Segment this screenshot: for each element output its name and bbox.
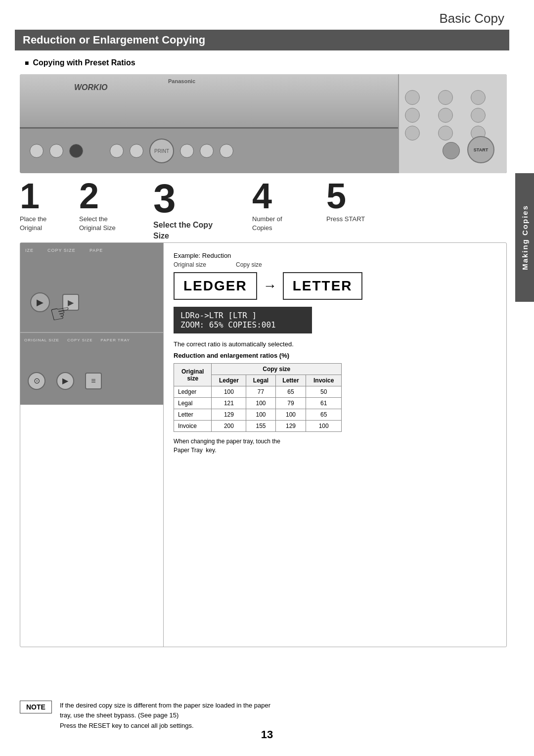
- step-3-number: 3: [153, 178, 176, 219]
- label-paper-tray: PAPER TRAY: [100, 338, 130, 342]
- step-5-number: 5: [326, 178, 346, 214]
- step-2-number: 2: [79, 178, 99, 214]
- key-4: [405, 108, 420, 123]
- note-label: NOTE: [20, 701, 52, 713]
- machine-btn-2: [49, 144, 63, 158]
- steps-row: 1 Place the Original 2 Select the Origin…: [20, 178, 507, 242]
- col-legal: Legal: [246, 375, 275, 386]
- table-row: Invoice200155129100: [174, 421, 342, 432]
- side-tab: Making Copies: [515, 173, 534, 302]
- row-value-0: 121: [212, 398, 246, 409]
- size-to-box: LETTER: [283, 272, 362, 300]
- row-value-1: 77: [246, 386, 275, 398]
- key-7: [405, 126, 420, 141]
- row-value-2: 65: [275, 386, 306, 398]
- row-value-3: 65: [306, 409, 342, 421]
- label-copy-size: COPY SIZE: [47, 248, 76, 253]
- orig-label: Original size: [174, 261, 206, 268]
- keypad-grid: [399, 84, 507, 146]
- panel-button-row-bottom: ⊙ ▶ ≡: [28, 372, 102, 390]
- step-5: 5 Press START: [326, 178, 376, 224]
- size-display: LEDGER → LETTER: [174, 272, 496, 300]
- row-value-3: 50: [306, 386, 342, 398]
- note-line-1: If the desired copy size is different fr…: [60, 702, 270, 709]
- table-header-orig: Original size: [174, 364, 212, 386]
- label-copy-size-b: COPY SIZE: [67, 338, 93, 342]
- col-letter: Letter: [275, 375, 306, 386]
- row-label: Ledger: [174, 386, 212, 398]
- col-ledger: Ledger: [212, 375, 246, 386]
- row-label: Letter: [174, 409, 212, 421]
- page-number: 13: [261, 728, 273, 741]
- panel-labels-top: IZE COPY SIZE PAPE: [25, 248, 103, 253]
- panel-btn-orig[interactable]: ⊙: [28, 372, 45, 390]
- label-pape: PAPE: [89, 248, 103, 253]
- row-value-0: 200: [212, 421, 246, 432]
- label-orig-size: ORIGINAL SIZE: [24, 338, 59, 342]
- example-label: Example: Reduction: [174, 252, 496, 259]
- row-value-1: 100: [246, 398, 275, 409]
- key-6: [471, 108, 486, 123]
- keypad-area: START: [398, 74, 507, 173]
- row-value-1: 155: [246, 421, 275, 432]
- machine-btn-4: [110, 144, 124, 158]
- step-4-number: 4: [252, 178, 272, 214]
- note-line-3: Press the RESET key to cancel all job se…: [60, 722, 194, 729]
- step-1: 1 Place the Original: [20, 178, 79, 233]
- table-row: Legal1211007961: [174, 398, 342, 409]
- machine-btn-1: [30, 144, 44, 158]
- row-value-0: 129: [212, 409, 246, 421]
- col-invoice: Invoice: [306, 375, 342, 386]
- step-2-label: Select the Original Size: [79, 215, 116, 233]
- size-from-box: LEDGER: [174, 272, 257, 300]
- key-2: [438, 90, 453, 105]
- lcd-line2: ZOOM: 65% COPIES:001: [180, 320, 305, 330]
- step-3-label: Select the Copy Size: [153, 220, 213, 242]
- row-value-2: 79: [275, 398, 306, 409]
- note-line-2: tray, use the sheet bypass. (See page 15…: [60, 711, 178, 719]
- lcd-display: LDRo->LTR [LTR ] ZOOM: 65% COPIES:001: [174, 307, 312, 333]
- step-1-number: 1: [20, 178, 40, 214]
- page-title: Basic Copy: [440, 11, 505, 26]
- paper-tray-note: When changing the paper tray, touch the …: [174, 437, 496, 455]
- stop-button: [443, 142, 460, 159]
- step-5-label: Press START: [326, 215, 365, 224]
- panasonic-label: Panasonic: [168, 78, 195, 84]
- key-5: [438, 108, 453, 123]
- panel-btn-tray[interactable]: ≡: [85, 373, 102, 389]
- row-label: Invoice: [174, 421, 212, 432]
- key-1: [405, 90, 420, 105]
- orig-copy-row: Original size Copy size: [174, 261, 496, 268]
- auto-select-text: The correct ratio is automatically selec…: [174, 340, 496, 348]
- content-box: IZE COPY SIZE PAPE ▶ ▶ ☞ ORIGINAL SIZE C…: [20, 242, 507, 647]
- table-header-copy: Copy size: [212, 364, 342, 375]
- left-panel: IZE COPY SIZE PAPE ▶ ▶ ☞ ORIGINAL SIZE C…: [20, 243, 164, 647]
- table-row: Ledger100776550: [174, 386, 342, 398]
- start-button: START: [467, 136, 494, 163]
- ratio-heading: Reduction and enlargement ratios (%): [174, 352, 496, 359]
- machine-btn-6: [180, 144, 194, 158]
- panel-btn-1[interactable]: ▶: [30, 292, 50, 312]
- row-value-1: 100: [246, 409, 275, 421]
- panel-btn-copy[interactable]: ▶: [56, 372, 74, 390]
- row-value-2: 100: [275, 409, 306, 421]
- machine-btn-7: [200, 144, 214, 158]
- size-arrow-icon: →: [263, 278, 277, 294]
- row-value-3: 61: [306, 398, 342, 409]
- sub-heading: Copying with Preset Ratios: [25, 58, 135, 67]
- right-panel: Example: Reduction Original size Copy si…: [164, 243, 506, 647]
- step-2: 2 Select the Original Size: [79, 178, 153, 233]
- machine-btn-5: [130, 144, 143, 158]
- machine-panel-top: IZE COPY SIZE PAPE ▶ ▶ ☞: [20, 243, 163, 332]
- machine-btn-8: [220, 144, 233, 158]
- section-header: Reduction or Enlargement Copying: [15, 30, 509, 50]
- note-text: If the desired copy size is different fr…: [60, 701, 270, 731]
- side-tab-label: Making Copies: [521, 205, 529, 270]
- label-ize: IZE: [25, 248, 34, 253]
- machine-big-btn: PRINT: [149, 139, 174, 163]
- row-value-3: 100: [306, 421, 342, 432]
- table-row: Letter12910010065: [174, 409, 342, 421]
- step-4: 4 Number of Copies: [252, 178, 326, 233]
- workio-brand: WORKIO: [74, 83, 108, 92]
- machine-btn-3: [69, 144, 83, 158]
